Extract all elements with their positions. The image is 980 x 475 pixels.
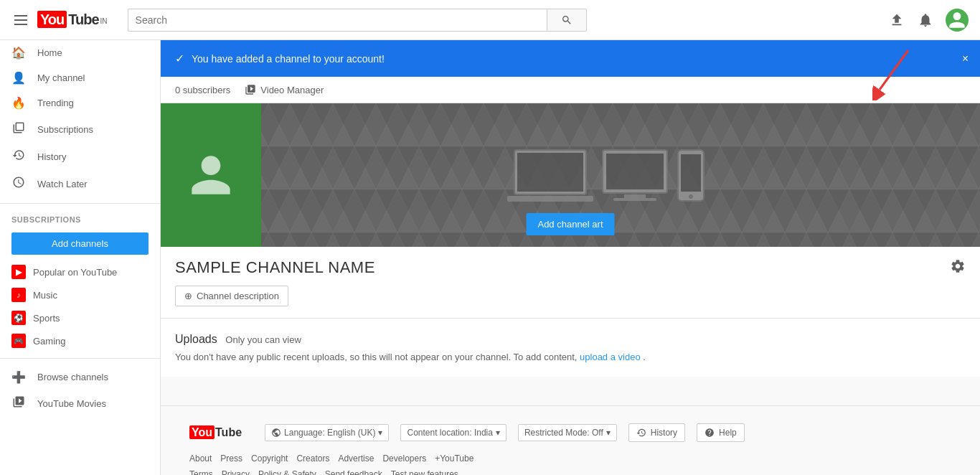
sports-icon: ⚽ (11, 311, 26, 325)
upload-video-link[interactable]: upload a video (580, 352, 641, 362)
footer-link-send-feedback[interactable]: Send feedback (325, 469, 382, 475)
sidebar-item-music[interactable]: ♪ Music (0, 283, 160, 306)
avatar[interactable] (946, 9, 969, 32)
sidebar-trending-label: Trending (37, 98, 74, 108)
uploads-period: . (643, 352, 646, 362)
upload-icon[interactable] (888, 11, 905, 29)
sidebar-watch-later-label: Watch Later (37, 179, 88, 189)
chevron-down-icon: ▾ (378, 428, 382, 438)
footer-history-icon (636, 428, 646, 438)
sidebar-home-label: Home (37, 47, 62, 58)
sidebar-item-home[interactable]: 🏠 Home (0, 40, 160, 65)
video-manager-label: Video Manager (260, 85, 324, 95)
search-icon (561, 14, 573, 26)
footer-link-terms[interactable]: Terms (189, 469, 213, 475)
content-location-selector[interactable]: Content location: India ▾ (400, 424, 506, 441)
search-button[interactable] (547, 9, 587, 32)
svg-rect-8 (507, 196, 593, 202)
music-label: Music (33, 290, 57, 301)
sidebar-item-my-channel[interactable]: 👤 My channel (0, 65, 160, 90)
sports-label: Sports (33, 313, 60, 324)
channel-desc-label: Channel description (197, 291, 279, 301)
restricted-mode-label: Restricted Mode: Off (524, 428, 603, 438)
subscriptions-title: SUBSCRIPTIONS (0, 210, 160, 227)
language-label: Language: English (UK) (284, 428, 375, 438)
sidebar: 🏠 Home 👤 My channel 🔥 Trending Subscript… (0, 40, 161, 475)
phone-icon (677, 149, 705, 202)
svg-rect-14 (681, 154, 701, 192)
sidebar-item-gaming[interactable]: 🎮 Gaming (0, 329, 160, 352)
svg-point-15 (689, 194, 693, 199)
footer-history-button[interactable]: History (628, 423, 685, 442)
footer-link-privacy[interactable]: Privacy (222, 469, 250, 475)
youtube-logo[interactable]: YouTube IN (37, 11, 108, 28)
footer-link-copyright[interactable]: Copyright (251, 453, 288, 464)
restricted-mode-selector[interactable]: Restricted Mode: Off ▾ (518, 424, 617, 441)
sidebar-item-subscriptions[interactable]: Subscriptions (0, 116, 160, 143)
add-channels-button[interactable]: Add channels (11, 232, 149, 255)
footer-link-advertise[interactable]: Advertise (338, 453, 374, 464)
header-left: YouTube IN (11, 11, 108, 28)
channel-icon: 👤 (11, 71, 26, 85)
footer-help-label: Help (719, 428, 737, 438)
settings-icon (950, 258, 966, 274)
footer-help-button[interactable]: Help (697, 423, 745, 442)
sidebar-item-history[interactable]: History (0, 143, 160, 170)
footer-logo[interactable]: YouTube (189, 426, 242, 439)
main-content: ✓ You have added a channel to your accou… (161, 40, 980, 475)
banner-close-button[interactable]: × (962, 52, 969, 65)
sidebar-item-browse-channels[interactable]: ➕ Browse channels (0, 365, 160, 390)
chevron-down-icon: ▾ (496, 428, 500, 438)
footer-link-developers[interactable]: Developers (382, 453, 426, 464)
tv-icon (599, 146, 671, 204)
footer-top: YouTube Language: English (UK) ▾ Content… (189, 423, 951, 442)
sidebar-item-trending[interactable]: 🔥 Trending (0, 90, 160, 116)
trending-icon: 🔥 (11, 96, 26, 110)
video-manager-icon (245, 84, 256, 95)
menu-button[interactable] (11, 12, 30, 28)
uploads-text-content: You don't have any public recent uploads… (175, 352, 577, 362)
sidebar-item-youtube-movies[interactable]: YouTube Movies (0, 390, 160, 417)
check-icon: ✓ (175, 52, 184, 65)
subscriber-count: 0 subscribers (175, 85, 230, 95)
youtube-movies-label: YouTube Movies (37, 398, 106, 409)
search-input[interactable] (128, 9, 547, 32)
footer-link-creators[interactable]: Creators (296, 453, 329, 464)
channel-avatar (161, 103, 261, 247)
sidebar-item-sports[interactable]: ⚽ Sports (0, 306, 160, 329)
add-channel-art-button[interactable]: Add channel art (526, 213, 614, 235)
channel-description-button[interactable]: ⊕ Channel description (175, 286, 288, 306)
laptop-icon (507, 143, 593, 207)
footer-link-press[interactable]: Press (220, 453, 242, 464)
language-icon (271, 428, 281, 438)
language-selector[interactable]: Language: English (UK) ▾ (265, 424, 389, 441)
footer-link-test-features[interactable]: Test new features (391, 469, 458, 475)
search-bar (128, 9, 587, 32)
channel-settings[interactable] (950, 258, 966, 276)
channel-added-banner: ✓ You have added a channel to your accou… (161, 40, 980, 77)
region-label: IN (100, 17, 108, 25)
channel-info-left: SAMPLE CHANNEL NAME ⊕ Channel descriptio… (175, 258, 375, 306)
history-icon (11, 149, 26, 164)
plus-circle-icon: ⊕ (184, 291, 192, 301)
sidebar-item-watch-later[interactable]: Watch Later (0, 170, 160, 197)
chevron-down-icon: ▾ (606, 428, 611, 438)
svg-rect-12 (613, 198, 656, 201)
notifications-icon[interactable] (917, 11, 934, 29)
footer-link-about[interactable]: About (189, 453, 212, 464)
header: YouTube IN (0, 0, 980, 40)
browse-channels-label: Browse channels (37, 372, 108, 382)
channel-page: 0 subscribers Video Manager (161, 77, 980, 377)
footer-bottom-links: Terms Privacy Policy & Safety Send feedb… (189, 469, 951, 475)
channel-stats-bar: 0 subscribers Video Manager (161, 77, 980, 103)
uploads-description: You don't have any public recent uploads… (175, 352, 966, 362)
help-icon (705, 428, 715, 438)
channel-info: SAMPLE CHANNEL NAME ⊕ Channel descriptio… (161, 247, 980, 319)
header-right (888, 9, 969, 32)
popular-label: Popular on YouTube (33, 267, 117, 278)
sidebar-item-popular[interactable]: ▶ Popular on YouTube (0, 260, 160, 283)
svg-rect-11 (624, 194, 646, 198)
footer-link-youtube-plus[interactable]: +YouTube (435, 453, 473, 464)
video-manager-link[interactable]: Video Manager (245, 84, 324, 95)
footer-link-policy-safety[interactable]: Policy & Safety (258, 469, 316, 475)
